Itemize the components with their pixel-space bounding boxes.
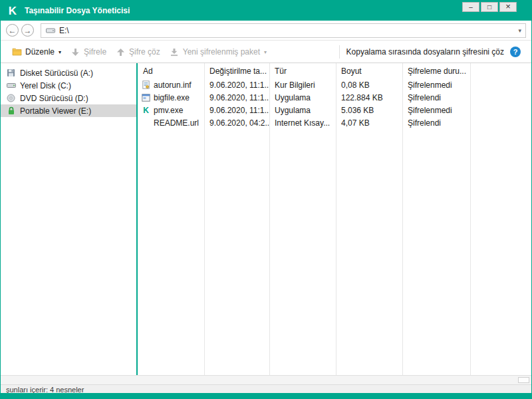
file-name-cell: K pmv.exe [138, 106, 204, 115]
column-gridline [402, 63, 403, 375]
titlebar: K Taşınabilir Dosya Yöneticisi – □ × [1, 1, 531, 21]
dropdown-icon: ▾ [59, 49, 61, 55]
encrypt-arrow-down-icon [70, 48, 80, 57]
list-header: Ad Değiştirilme ta... Tür Boyut Şifrelem… [138, 63, 531, 78]
column-header-modified[interactable]: Değiştirilme ta... [204, 66, 269, 76]
file-type: Internet Kısay... [269, 118, 336, 128]
file-list-pane: Ad Değiştirilme ta... Tür Boyut Şifrelem… [138, 63, 531, 375]
file-size: 122.884 KB [336, 93, 402, 102]
hdd-icon [6, 82, 16, 89]
decrypt-on-copy-label[interactable]: Kopyalama sırasında dosyaların şifresini… [346, 47, 504, 57]
file-modified: 9.06.2020, 11:1... [204, 106, 269, 115]
back-icon: ← [9, 27, 17, 35]
file-name-cell: bigfile.exe [138, 93, 204, 102]
file-name: bigfile.exe [154, 93, 190, 102]
floppy-icon [6, 68, 16, 77]
kaspersky-logo-icon: K [6, 5, 19, 17]
toolbar-separator [339, 45, 340, 59]
inf-file-icon [142, 80, 150, 89]
sidebar-item-label: Disket Sürücüsü (A:) [20, 68, 93, 78]
address-dropdown-icon[interactable]: ▾ [518, 27, 521, 34]
duzenle-label: Düzenle [25, 47, 55, 57]
column-header-size[interactable]: Boyut [336, 66, 402, 76]
decrypt-arrow-up-icon [116, 48, 126, 57]
sifre-coz-label: Şifre çöz [129, 47, 160, 57]
file-row[interactable]: autorun.inf 9.06.2020, 11:1... Kur Bilgi… [138, 78, 531, 91]
window-title: Taşınabilir Dosya Yöneticisi [25, 6, 130, 15]
yeni-paket-label: Yeni şifrelenmiş paket [183, 47, 260, 57]
column-header-name[interactable]: Ad [138, 66, 204, 76]
file-name-cell: README.url [138, 118, 204, 128]
address-bar[interactable]: E:\ ▾ [41, 23, 526, 38]
file-modified: 9.06.2020, 11:1... [204, 80, 269, 90]
minimize-button[interactable]: – [462, 2, 479, 12]
dvd-icon [6, 94, 16, 102]
help-icon[interactable]: ? [510, 47, 521, 57]
column-gridline [269, 63, 270, 375]
file-type: Kur Bilgileri [269, 80, 336, 90]
horizontal-scrollbar[interactable] [1, 375, 531, 384]
maximize-icon: □ [487, 4, 491, 11]
maximize-button[interactable]: □ [481, 2, 498, 12]
file-size: 0,08 KB [336, 80, 402, 90]
main-area: Disket Sürücüsü (A:) Yerel Disk (C:) DVD… [1, 63, 531, 375]
new-encrypted-package-icon [170, 48, 180, 57]
file-type: Uygulama [269, 93, 336, 102]
drive-icon [45, 27, 55, 34]
exe-file-icon [142, 94, 150, 102]
sidebar-item-label: Portable Viewer (E:) [20, 106, 91, 116]
file-status: Şifrelendi [402, 118, 470, 128]
file-name: pmv.exe [154, 106, 183, 115]
file-modified: 9.06.2020, 04:2... [204, 118, 269, 128]
forward-button[interactable]: → [21, 24, 34, 37]
file-row[interactable]: K pmv.exe 9.06.2020, 11:1... Uygulama 5.… [138, 104, 531, 116]
file-status: Şifrelenmedi [402, 106, 470, 115]
column-gridline [336, 63, 336, 375]
address-text: E:\ [59, 26, 69, 35]
file-name: autorun.inf [154, 80, 192, 90]
sifrele-label: Şifrele [84, 47, 106, 57]
yeni-sifrelenmis-paket-button[interactable]: Yeni şifrelenmiş paket ▾ [165, 45, 271, 59]
file-row[interactable]: README.url 9.06.2020, 04:2... Internet K… [138, 116, 531, 129]
column-gridline [470, 63, 471, 375]
sidebar-item-label: Yerel Disk (C:) [20, 81, 71, 90]
sifrele-button[interactable]: Şifrele [66, 45, 111, 59]
sidebar-item-drive-d[interactable]: DVD Sürücüsü (D:) [1, 92, 136, 104]
window-controls: – □ × [462, 2, 517, 12]
column-gridline [204, 63, 205, 375]
file-size: 4,07 KB [336, 118, 402, 128]
file-status: Şifrelenmedi [402, 80, 470, 90]
portable-file-manager-window: K Taşınabilir Dosya Yöneticisi – □ × ← →… [0, 0, 532, 399]
file-row[interactable]: bigfile.exe 9.06.2020, 11:1... Uygulama … [138, 91, 531, 104]
file-name-cell: autorun.inf [138, 80, 204, 90]
column-header-type[interactable]: Tür [269, 66, 336, 76]
file-status: Şifrelendi [402, 93, 470, 102]
sidebar-item-drive-c[interactable]: Yerel Disk (C:) [1, 79, 136, 92]
close-button[interactable]: × [499, 2, 517, 12]
navigation-bar: ← → E:\ ▾ [1, 21, 531, 41]
back-button[interactable]: ← [6, 24, 19, 37]
drive-tree: Disket Sürücüsü (A:) Yerel Disk (C:) DVD… [1, 63, 136, 375]
close-icon: × [505, 2, 511, 11]
forward-icon: → [24, 27, 32, 35]
file-type: Uygulama [269, 106, 336, 115]
scrollbar-thumb[interactable] [518, 377, 529, 383]
file-size: 5.036 KB [336, 106, 402, 115]
lock-icon [6, 106, 16, 115]
kaspersky-app-icon: K [142, 106, 150, 114]
toolbar: Düzenle ▾ Şifrele Şifre çöz Yeni şifrele… [1, 41, 531, 63]
file-modified: 9.06.2020, 11:1... [204, 93, 269, 102]
file-name: README.url [154, 118, 199, 128]
folder-icon [12, 48, 22, 56]
minimize-icon: – [469, 4, 473, 11]
duzenle-button[interactable]: Düzenle ▾ [7, 45, 66, 59]
column-header-status[interactable]: Şifreleme duru... [402, 66, 470, 76]
sidebar-item-drive-e[interactable]: Portable Viewer (E:) [1, 104, 136, 117]
bottom-accent-strip [1, 393, 531, 398]
dropdown-icon: ▾ [264, 49, 267, 55]
sidebar-item-drive-a[interactable]: Disket Sürücüsü (A:) [1, 66, 136, 79]
sifre-coz-button[interactable]: Şifre çöz [111, 45, 165, 59]
sidebar-item-label: DVD Sürücüsü (D:) [20, 94, 88, 103]
